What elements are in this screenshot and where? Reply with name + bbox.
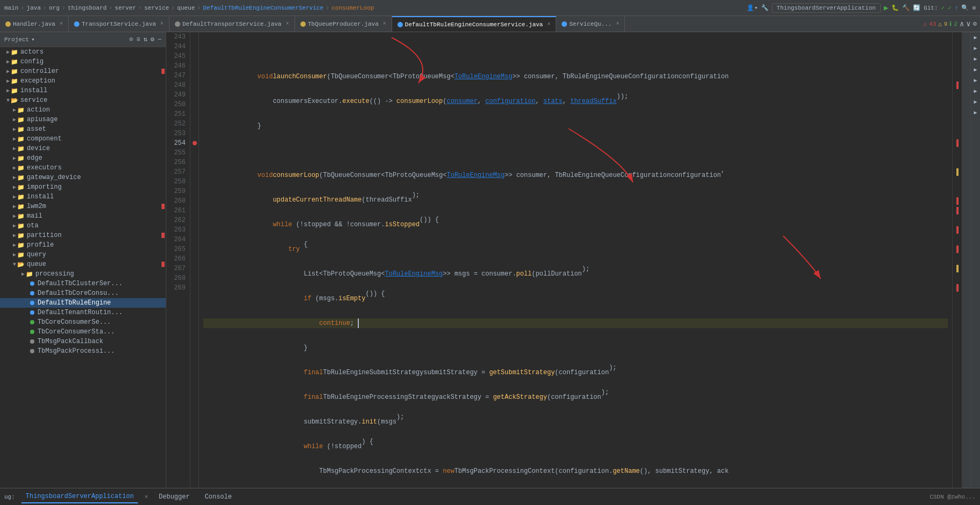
tab-close-handler[interactable]: × [60, 21, 63, 27]
tab-servicequ[interactable]: ServiceQu... × [556, 16, 625, 32]
debugger-sub-tab[interactable]: Debugger [154, 491, 194, 503]
sidebar-item-install2[interactable]: ▶ 📁 install [0, 192, 166, 202]
breadcrumb-thingsboard[interactable]: thingsboard [68, 5, 107, 11]
gutter-error-mark [956, 246, 959, 253]
git-arrow-up[interactable]: ↑ [955, 5, 959, 11]
person-icon[interactable]: 👤▾ [747, 4, 758, 11]
tab-close-servicequ[interactable]: × [616, 21, 619, 27]
right-panel-icon8[interactable]: ▶ [974, 109, 977, 116]
breadcrumb-class[interactable]: DefaultTbRuleEngineConsumerService [203, 5, 323, 11]
expand-button[interactable]: ∧ [960, 19, 964, 28]
sidebar-item-queue[interactable]: ▼ 📂 queue [0, 259, 166, 269]
line-num-260: 260 [168, 196, 186, 206]
right-panel-icon3[interactable]: ▶ [974, 56, 977, 62]
sidebar-item-lwm2m[interactable]: ▶ 📁 lwm2m [0, 202, 166, 211]
tab-close-producer[interactable]: × [383, 21, 386, 27]
right-panel-icon6[interactable]: ▶ [974, 88, 977, 94]
sidebar-item-gateway-device[interactable]: ▶ 📁 gateway_device [0, 173, 166, 182]
app-close-icon[interactable]: × [144, 494, 148, 500]
sidebar-item-defaulttbcluster[interactable]: DefaultTbClusterSer... [0, 279, 166, 288]
line-num-251: 251 [168, 109, 186, 119]
sidebar-item-tbcoreconsumerse[interactable]: TbCoreConsumerSe... [0, 317, 166, 327]
sidebar-list-icon[interactable]: ≡ [136, 36, 140, 43]
git-check-green2[interactable]: ✓ [948, 4, 952, 11]
sidebar-item-controller[interactable]: ▶ 📁 controller [0, 66, 166, 76]
sidebar-item-defaulttenant[interactable]: DefaultTenantRoutin... [0, 308, 166, 317]
sidebar-item-apiusage[interactable]: ▶ 📁 apiusage [0, 115, 166, 124]
sidebar-item-importing[interactable]: ▶ 📁 importing [0, 182, 166, 192]
breadcrumb-main[interactable]: main [4, 5, 18, 11]
sidebar-gear-icon[interactable]: ⚙ [151, 35, 154, 43]
sidebar-item-install[interactable]: ▶ 📁 install [0, 86, 166, 95]
breadcrumb-service[interactable]: service [144, 5, 169, 11]
sidebar-item-processing[interactable]: ▶ 📁 processing [0, 269, 166, 279]
breadcrumb-method[interactable]: consumerLoop [331, 5, 374, 11]
tab-settings-button[interactable]: ⚙ [973, 20, 977, 28]
tab-transport[interactable]: TransportService.java × [69, 16, 170, 32]
sidebar-item-actors[interactable]: ▶ 📁 actors [0, 47, 166, 57]
sidebar-item-exception[interactable]: ▶ 📁 exception [0, 76, 166, 86]
gutter-error-mark [956, 81, 959, 89]
project-label[interactable]: Project [4, 36, 29, 43]
sidebar-item-executors[interactable]: ▶ 📁 executors [0, 163, 166, 173]
sidebar-item-device[interactable]: ▶ 📁 device [0, 144, 166, 153]
tab-close-defaulttransport[interactable]: × [286, 21, 289, 27]
breadcrumb-org[interactable]: org [49, 5, 60, 11]
app-config-dropdown[interactable]: ThingsboardServerApplication [772, 3, 881, 13]
warn-icon: △ [938, 20, 942, 27]
right-panel-icon2[interactable]: ▶ [974, 45, 977, 51]
tab-defaultruleengine[interactable]: DefaultTbRuleEngineConsumerService.java … [392, 16, 556, 32]
breadcrumb-server[interactable]: server [115, 5, 136, 11]
sidebar-item-query[interactable]: ▶ 📁 query [0, 250, 166, 259]
sidebar-item-component[interactable]: ▶ 📁 component [0, 134, 166, 144]
right-panel-icon7[interactable]: ▶ [974, 99, 977, 105]
debug-button[interactable]: 🐛 [891, 4, 899, 11]
project-dropdown-icon[interactable]: ▾ [31, 36, 35, 43]
debugger-tab[interactable]: ThingsboardServerApplication [21, 491, 138, 503]
file-badge-green [30, 330, 34, 334]
sidebar-item-tbmsgpackprocessi[interactable]: TbMsgPackProcessi... [0, 346, 166, 356]
breadcrumb-queue[interactable]: queue [177, 5, 195, 11]
sidebar-minus-icon[interactable]: − [158, 36, 161, 43]
sidebar-item-asset[interactable]: ▶ 📁 asset [0, 124, 166, 134]
sidebar-scope-icon[interactable]: ⊙ [129, 35, 133, 43]
collapse-button[interactable]: ∨ [966, 19, 970, 28]
tab-close-defaultruleengine[interactable]: × [547, 21, 550, 27]
breakpoint[interactable] [193, 141, 197, 145]
line-num-265: 265 [168, 244, 186, 254]
sidebar-item-ota[interactable]: ▶ 📁 ota [0, 221, 166, 231]
tab-handler[interactable]: Handler.java × [0, 16, 69, 32]
build-button[interactable]: 🔨 [902, 4, 910, 11]
sidebar-item-profile[interactable]: ▶ 📁 profile [0, 240, 166, 250]
console-tab[interactable]: Console [201, 491, 236, 503]
sidebar-item-defaulttbcore[interactable]: DefaultTbCoreConsu... [0, 288, 166, 298]
run-button[interactable]: ▶ [884, 3, 888, 12]
git-check-green[interactable]: ✓ [941, 4, 945, 11]
sync-button[interactable]: 🔄 [913, 4, 920, 11]
sidebar-item-tbcoreconsumersta[interactable]: TbCoreConsumerSta... [0, 327, 166, 337]
settings-icon[interactable]: 🔧 [761, 4, 769, 11]
sidebar-item-service[interactable]: ▼ 📂 service [0, 95, 166, 105]
search-button[interactable]: 🔍 [961, 4, 969, 11]
sidebar-item-config[interactable]: ▶ 📁 config [0, 57, 166, 66]
sidebar-sort-icon[interactable]: ⇅ [143, 35, 147, 43]
right-panel-icon1[interactable]: ▶ [974, 34, 977, 41]
breadcrumb-java[interactable]: java [27, 5, 41, 11]
sidebar-item-action[interactable]: ▶ 📁 action [0, 105, 166, 115]
settings-gear[interactable]: ⚙ [972, 4, 976, 11]
file-badge-green [30, 320, 34, 324]
sidebar-item-edge[interactable]: ▶ 📁 edge [0, 153, 166, 163]
scrollbar-track[interactable] [962, 32, 970, 488]
line-num-249: 249 [168, 90, 186, 100]
tab-producer[interactable]: TbQueueProducer.java × [295, 16, 392, 32]
tab-close-transport[interactable]: × [160, 21, 164, 27]
sidebar-item-tbmsgpackcallback[interactable]: TbMsgPackCallback [0, 337, 166, 346]
code-content[interactable]: void launchConsumer(TbQueueConsumer<TbPr… [199, 32, 952, 488]
code-scroll-area[interactable]: 243 244 245 246 247 248 249 250 251 252 … [166, 32, 970, 488]
right-panel-icon4[interactable]: ▶ [974, 66, 977, 73]
sidebar-item-partition[interactable]: ▶ 📁 partition [0, 231, 166, 240]
right-panel-icon5[interactable]: ▶ [974, 77, 977, 84]
sidebar-item-mail[interactable]: ▶ 📁 mail [0, 211, 166, 221]
tab-defaulttransport[interactable]: DefaultTransportService.java × [170, 16, 295, 32]
sidebar-item-defaulttbruleengine[interactable]: DefaultTbRuleEngine [0, 298, 166, 308]
